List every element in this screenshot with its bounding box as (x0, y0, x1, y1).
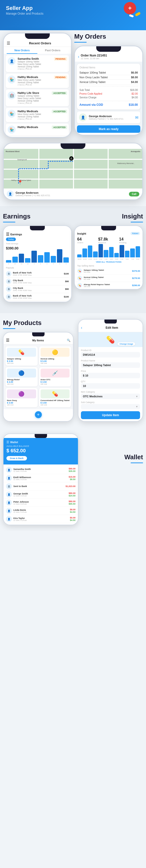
sell-item-1[interactable]: 💊 Salapor 100mg Tablet 524 sold $379.00 (75, 268, 143, 275)
wallet-item-sent[interactable]: 🏦 Sent to Bank $1,023.00 (3, 482, 78, 491)
bank-item-4[interactable]: 🏦 Bank of New York 2341 4790 4290 Visa $… (6, 293, 69, 301)
earn-hamburger[interactable]: ☰ (6, 232, 9, 237)
wallet-item-4[interactable]: 👤 Peter Johnson 12 June, 9:15 am $80.00 … (3, 499, 78, 507)
wallet-name-4: Peter Johnson (13, 501, 29, 503)
edit-img-area: 💊 Change image (78, 332, 143, 347)
insight-col: Insight Insight TODAY 64 Orders $7.8k Re… (74, 213, 143, 289)
ins-bar-7 (109, 247, 114, 257)
sell-info-1: Salapor 100mg Tablet 524 sold (84, 269, 104, 273)
wallet-item-6[interactable]: 👤 Kira Taylor 12 June, 9:15 am $0.00 $4.… (3, 515, 78, 523)
wallet-layout: ☰ Wallet AVAILABLE BALANCE $ 652.00 Draw… (3, 434, 143, 525)
wallet-info-2: Emili Williamson 12 June, 9:15 am (13, 476, 31, 480)
product-card-2[interactable]: 🟡 Xenical 100mg $ 5.00 180 Unit (39, 346, 71, 366)
price-value[interactable]: $ 10 (81, 373, 140, 378)
products-search-icon[interactable]: 🔍 (67, 339, 71, 342)
sell-item-3[interactable]: 💊 Allergy Relief Naprox Tablet 398 sold … (75, 282, 143, 289)
wallet-amounts-3: $80.00 $24.50 (69, 492, 76, 497)
call-button[interactable]: Call (129, 192, 139, 196)
recent-orders-header: ☰ Recent Orders (4, 39, 71, 47)
ins-bar-9 (119, 245, 124, 257)
wallet-debit-4: $80.00 (69, 500, 76, 503)
product-card-3[interactable]: 🔵 Allergy Relief $ 4.00 180 Unit (5, 367, 38, 386)
bank-item-3[interactable]: 🏦 City Bank 2341 4790 4290 Visa $90 (6, 285, 69, 293)
add-product-button[interactable]: + (35, 411, 42, 418)
cl-7: 3:00 (109, 258, 114, 260)
product-card-4[interactable]: 💉 Arbor DTC $ 3.50 180 Unit (39, 367, 71, 386)
wallet-hamburger[interactable]: ☰ (6, 440, 9, 444)
tab-past-orders[interactable]: Past Orders (37, 48, 68, 54)
order-num-block: Order Num 221451 12 June, 11:00 am (81, 54, 107, 60)
sell-item-2[interactable]: 💊 Xenical 120mg Tablet 421 sold $278.50 (75, 275, 143, 282)
wallet-item-3[interactable]: 👤 George Smith 12 June, 9:15 am $80.00 $… (3, 491, 78, 499)
product-card-6[interactable]: 💊 Concentrated HP 100mg Tablet $ 3.50 18… (39, 388, 71, 407)
hamburger-icon[interactable]: ☰ (7, 41, 10, 45)
change-image-button[interactable]: Change image (117, 342, 135, 346)
category-select[interactable]: OTC Medicines ▼ (81, 394, 140, 399)
product-img-6: 💊 (41, 390, 70, 398)
mark-ready-button[interactable]: Mark as ready (77, 125, 140, 133)
order-item-1[interactable]: 👤 Samantha Smith Salapor 100mg TabletNew… (6, 55, 69, 72)
product-card-5[interactable]: 🟣 Nom Onoy $ 3.50 180 Unit (5, 388, 38, 407)
od-item-3: Xenical 120mg Tablet $4.00 (79, 80, 138, 85)
products-hamburger-icon[interactable]: ☰ (6, 338, 9, 343)
update-item-button[interactable]: Update Item (81, 411, 140, 419)
bank-item-1[interactable]: 🏦 Bank of New York 2341 4790 4290 Visa $… (6, 270, 69, 278)
bar-10: 6 (63, 257, 69, 265)
bar-fill-2 (12, 257, 18, 262)
earn-tab-today[interactable]: Today (6, 238, 16, 241)
product-qty-6: 180 Unit (41, 404, 70, 406)
bank-amount-1: $100 (64, 273, 69, 275)
recent-orders-screen: ☰ Recent Orders New Orders Past Orders 👤… (4, 39, 71, 135)
cl-11: 7:00 (130, 258, 135, 260)
category-label: Item Category (81, 391, 140, 393)
wallet-info-3: George Smith 12 June, 9:15 am (13, 492, 28, 497)
product-card-1[interactable]: 💊 Salapor 100mg $ 3.50 180 Unit (5, 346, 38, 366)
product-name-field: Product Name Salapor 100mg Tablet (81, 360, 140, 368)
wallet-item-5[interactable]: 👤 Linda Denis 12 June, 9:15 am $8.00 $4.… (3, 507, 78, 515)
order-detail-header: ‹ Order Num 221451 12 June, 11:00 am (75, 52, 142, 62)
wallet-amounts-sent: $1,023.00 (66, 485, 75, 488)
bar-label-4: 12 (27, 263, 29, 265)
view-all-transactions[interactable]: VIEW ALL TRANSACTIONS (75, 260, 143, 264)
insight-heading: Insight (74, 213, 143, 220)
edit-item-image: 💊 (106, 336, 115, 344)
order-item-3[interactable]: 🏥 Halthy Life Store Salapor 100mg Tablet… (6, 89, 69, 106)
wallet-avatar-5: 👤 (6, 508, 12, 514)
subcategory-select[interactable]: ▼ (81, 404, 140, 409)
edit-back-icon[interactable]: ‹ (81, 326, 82, 330)
edit-item-col: ‹ Edit Item 💊 Change image Product ID DW… (78, 319, 143, 422)
message-icon[interactable]: ✉ (135, 115, 138, 120)
order-item-2[interactable]: 🏪 Halthy Medicals New Onoy Lactin Tablet… (6, 73, 69, 88)
wallet-avatar-bank: 🏦 (6, 483, 12, 489)
order-item-5[interactable]: 🏪 Halthy Medicals ACCEPTED (6, 124, 69, 135)
wallet-item-2[interactable]: 👤 Emili Williamson 12 June, 9:15 am $15.… (3, 474, 78, 482)
wallet-date-4: 12 June, 9:15 am (13, 503, 29, 505)
cl-9: 5:00 (119, 258, 124, 260)
back-arrow-icon[interactable]: ‹ (78, 55, 79, 59)
wallet-item-1[interactable]: 👤 Samantha Smith 12 June, 9:15 am $90.00… (3, 466, 78, 474)
order-item-4[interactable]: 🏪 Halthy Medicals Nice Onoy Lactin Table… (6, 108, 69, 122)
earnings-chart: 9 10 11 12 1 2 3 4 5 6 (3, 251, 71, 266)
withdraw-button[interactable]: Draw & Back (6, 456, 27, 461)
sell-qty-1: 524 sold (84, 271, 104, 273)
order-badge-5: ACCEPTED (52, 126, 67, 129)
qty-value[interactable]: 10 (81, 383, 140, 389)
product-qty-1: 180 Unit (7, 363, 36, 364)
bank-info-2: City Bank 2341 4790 4290 Visa (13, 279, 31, 284)
top-selling-label: Top Selling Items (75, 264, 143, 268)
product-name-value[interactable]: Salapor 100mg Tablet (81, 363, 140, 368)
products-phone-title-text: My Items (32, 339, 44, 342)
ordered-items-label: Ordered Items (79, 66, 138, 69)
cl-6: 2:00 (104, 258, 108, 260)
bank-icon-3: 🏦 (6, 286, 11, 292)
driver-row: 👤 George Anderson Delivery Partner | +1 … (77, 112, 140, 123)
edit-notch (104, 319, 117, 323)
bank-item-2[interactable]: 🏦 City Bank 2341 4790 4290 Visa $90 (6, 278, 69, 285)
wallet-debit-1: $90.00 (69, 467, 76, 470)
map-phone-notch (61, 144, 85, 149)
product-id-value[interactable]: DW14114 (81, 352, 140, 358)
wallet-credit-4: $65.50 (69, 503, 76, 505)
wallet-title-bar: Wallet (10, 441, 18, 444)
tab-new-orders[interactable]: New Orders (7, 48, 37, 54)
city-label-2: Annapolis (131, 150, 140, 153)
